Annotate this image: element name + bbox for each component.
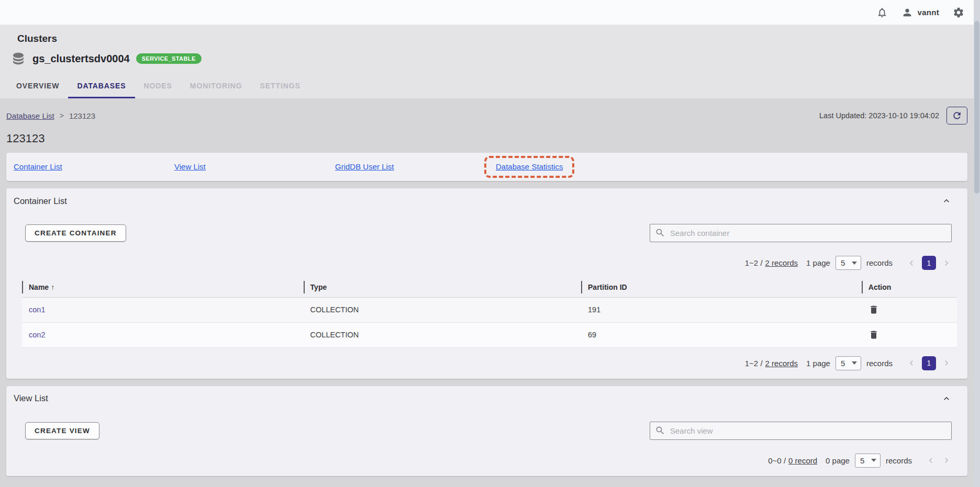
topbar-actions: vannt	[876, 7, 964, 18]
container-search	[650, 224, 952, 242]
page-size-select[interactable]: 5	[836, 356, 861, 370]
container-partition-id: 69	[581, 322, 862, 347]
breadcrumb-database-list-link[interactable]: Database List	[6, 111, 54, 120]
section-title-container-list: Container List	[14, 196, 67, 206]
page-info: 0 page	[826, 456, 850, 465]
view-list-link[interactable]: View List	[174, 162, 206, 171]
breadcrumb-row: Database List > 123123 Last Updated: 202…	[6, 98, 967, 124]
view-list-section: View List CREATE VIEW 0~0 / 0 record 0 p…	[6, 386, 967, 476]
container-list-section: Container List CREATE CONTAINER 1~2 / 2 …	[6, 188, 967, 379]
bell-icon	[876, 7, 888, 18]
column-header-partition-id[interactable]: Partition ID	[581, 277, 862, 297]
chevron-right-icon	[941, 358, 952, 368]
last-updated-text: Last Updated: 2023-10-10 19:04:02	[819, 111, 939, 120]
collapse-container-section-button[interactable]	[941, 196, 952, 206]
page-size-value: 5	[841, 359, 845, 368]
main-content: Database List > 123123 Last Updated: 202…	[0, 98, 980, 476]
chevron-right-icon	[941, 455, 952, 466]
griddb-user-list-link[interactable]: GridDB User List	[335, 162, 394, 171]
next-page-button[interactable]	[941, 258, 952, 268]
page-size-value: 5	[841, 258, 845, 267]
container-type: COLLECTION	[304, 297, 581, 322]
breadcrumb: Database List > 123123	[6, 111, 95, 120]
trash-icon	[868, 330, 879, 340]
container-name-link[interactable]: con2	[22, 322, 304, 347]
page-info: 1 page	[806, 359, 830, 368]
chevron-down-icon	[871, 459, 876, 462]
create-container-button[interactable]: CREATE CONTAINER	[25, 224, 126, 242]
container-name-link[interactable]: con1	[22, 297, 304, 322]
records-count-link[interactable]: 0 record	[788, 456, 817, 465]
tab-settings[interactable]: SETTINGS	[251, 75, 309, 98]
container-type: COLLECTION	[304, 322, 581, 347]
page-number-button[interactable]: 1	[922, 356, 936, 370]
settings-button[interactable]	[953, 7, 964, 18]
topbar: vannt	[0, 0, 980, 25]
container-pagination-bottom: 1~2 / 2 records 1 page 5 records 1	[14, 356, 952, 370]
username: vannt	[917, 8, 939, 17]
refresh-icon	[952, 110, 962, 121]
column-header-type[interactable]: Type	[304, 277, 581, 297]
records-count-link[interactable]: 2 records	[765, 359, 798, 368]
records-label: records	[866, 258, 893, 267]
collapse-view-section-button[interactable]	[941, 393, 952, 404]
chevron-left-icon	[926, 455, 936, 466]
page-section-title: Clusters	[0, 32, 980, 46]
prev-page-button[interactable]	[926, 455, 936, 466]
record-range: 1~2 /	[745, 359, 763, 368]
page-number-button[interactable]: 1	[922, 256, 936, 270]
database-statistics-link[interactable]: Database Statistics	[496, 162, 563, 171]
chevron-up-icon	[941, 393, 952, 404]
container-table: Name↑ Type Partition ID Action con1 COLL…	[22, 277, 957, 348]
records-count-link[interactable]: 2 records	[765, 258, 798, 267]
page-title: 123123	[6, 132, 967, 145]
tab-overview[interactable]: OVERVIEW	[7, 75, 68, 98]
breadcrumb-current: 123123	[69, 111, 95, 120]
scrollbar[interactable]	[974, 0, 980, 487]
delete-container-button[interactable]	[868, 330, 879, 340]
table-row: con2 COLLECTION 69	[22, 322, 957, 347]
trash-icon	[868, 304, 879, 315]
status-badge: SERVICE_STABLE	[136, 53, 202, 64]
container-partition-id: 191	[581, 297, 862, 322]
tab-nodes[interactable]: NODES	[135, 75, 181, 98]
table-row: con1 COLLECTION 191	[22, 297, 957, 322]
chevron-up-icon	[941, 196, 952, 206]
sort-asc-icon: ↑	[51, 283, 54, 291]
page-size-select[interactable]: 5	[855, 454, 881, 468]
records-label: records	[866, 359, 893, 368]
search-view-input[interactable]	[650, 422, 952, 440]
page-size-value: 5	[860, 456, 864, 465]
view-search	[650, 422, 952, 440]
column-header-name[interactable]: Name↑	[22, 277, 304, 297]
prev-page-button[interactable]	[906, 258, 917, 268]
record-range: 1~2 /	[745, 258, 763, 267]
scrollbar-thumb[interactable]	[974, 21, 979, 194]
record-range: 0~0 /	[768, 456, 786, 465]
chevron-left-icon	[906, 358, 917, 368]
breadcrumb-separator: >	[60, 111, 64, 120]
delete-container-button[interactable]	[868, 304, 879, 315]
cluster-name: gs_clustertsdv0004	[32, 53, 130, 65]
gear-icon	[953, 7, 964, 18]
notifications-button[interactable]	[876, 7, 888, 18]
search-icon	[655, 425, 665, 436]
tab-databases[interactable]: DATABASES	[68, 75, 135, 98]
user-menu[interactable]: vannt	[901, 7, 939, 18]
next-page-button[interactable]	[941, 455, 952, 466]
chevron-down-icon	[852, 262, 857, 265]
prev-page-button[interactable]	[906, 358, 917, 368]
database-icon	[10, 51, 26, 66]
tab-monitoring[interactable]: MONITORING	[181, 75, 251, 98]
refresh-button[interactable]	[946, 107, 967, 124]
chevron-left-icon	[906, 258, 917, 268]
next-page-button[interactable]	[941, 358, 952, 368]
page-size-select[interactable]: 5	[836, 256, 861, 270]
view-pagination: 0~0 / 0 record 0 page 5 records	[14, 454, 952, 468]
search-container-input[interactable]	[650, 224, 952, 242]
container-list-link[interactable]: Container List	[14, 162, 62, 171]
create-view-button[interactable]: CREATE VIEW	[25, 422, 99, 439]
chevron-right-icon	[941, 258, 952, 268]
cluster-row: gs_clustertsdv0004 SERVICE_STABLE	[0, 50, 980, 67]
update-area: Last Updated: 2023-10-10 19:04:02	[819, 107, 967, 124]
